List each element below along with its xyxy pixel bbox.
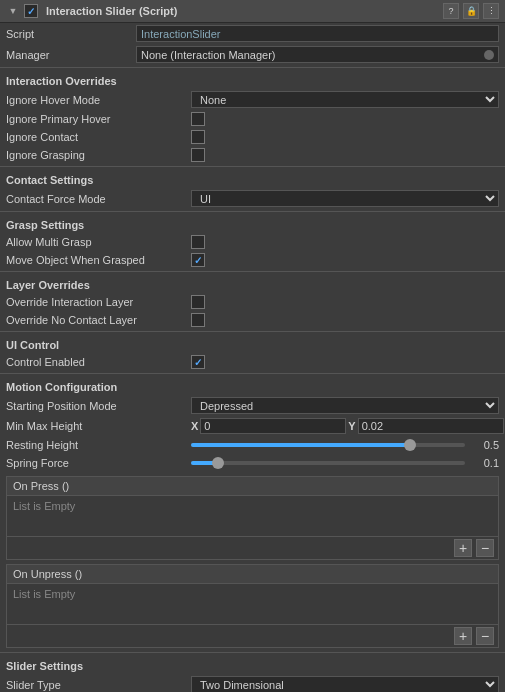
on-press-empty-label: List is Empty [13,500,75,512]
slider-type-select[interactable]: Two Dimensional [191,676,499,692]
ui-control-header: UI Control [0,334,505,353]
slider-type-label: Slider Type [6,679,191,691]
on-unpress-empty-label: List is Empty [13,588,75,600]
on-press-event-block: On Press () List is Empty + − [6,476,499,560]
on-unpress-event-block: On Unpress () List is Empty + − [6,564,499,648]
ignore-primary-hover-label: Ignore Primary Hover [6,113,191,125]
interaction-overrides-header: Interaction Overrides [0,70,505,89]
on-press-body: List is Empty [7,496,498,536]
resting-height-slider-fill [191,443,410,447]
spring-force-slider-thumb[interactable] [212,457,224,469]
on-press-remove-button[interactable]: − [476,539,494,557]
on-press-footer: + − [7,536,498,559]
override-no-contact-layer-row: Override No Contact Layer [0,311,505,329]
lock-icon[interactable]: 🔒 [463,3,479,19]
ignore-grasping-row: Ignore Grasping [0,146,505,164]
grasp-settings-header: Grasp Settings [0,214,505,233]
override-no-contact-layer-checkbox[interactable] [191,313,205,327]
override-no-contact-layer-label: Override No Contact Layer [6,314,191,326]
on-press-add-button[interactable]: + [454,539,472,557]
override-interaction-layer-row: Override Interaction Layer [0,293,505,311]
ignore-hover-mode-label: Ignore Hover Mode [6,94,191,106]
spring-force-slider-container: 0.1 [191,457,499,469]
contact-force-mode-dropdown-wrapper[interactable]: UI [191,190,499,207]
component-title: Interaction Slider (Script) [46,5,439,17]
resting-height-row: Resting Height 0.5 [0,436,505,454]
allow-multi-grasp-checkbox[interactable] [191,235,205,249]
on-unpress-footer: + − [7,624,498,647]
ignore-hover-mode-select[interactable]: None [191,91,499,108]
slider-type-dropdown-wrapper[interactable]: Two Dimensional [191,676,499,692]
resting-height-label: Resting Height [6,439,191,451]
ignore-contact-checkbox[interactable] [191,130,205,144]
script-row: Script InteractionSlider [0,23,505,44]
min-max-height-y-field: Y [348,418,503,434]
contact-force-mode-select[interactable]: UI [191,190,499,207]
on-unpress-remove-button[interactable]: − [476,627,494,645]
manager-field[interactable]: None (Interaction Manager) [136,46,499,63]
override-interaction-layer-label: Override Interaction Layer [6,296,191,308]
ignore-hover-mode-row: Ignore Hover Mode None [0,89,505,110]
slider-type-row: Slider Type Two Dimensional [0,674,505,692]
min-max-height-x-field: X [191,418,346,434]
y-label: Y [348,420,355,432]
ignore-primary-hover-checkbox[interactable] [191,112,205,126]
allow-multi-grasp-label: Allow Multi Grasp [6,236,191,248]
title-bar: ▼ Interaction Slider (Script) ? 🔒 ⋮ [0,0,505,23]
on-unpress-body: List is Empty [7,584,498,624]
manager-row: Manager None (Interaction Manager) [0,44,505,65]
min-max-height-label: Min Max Height [6,420,191,432]
x-label: X [191,420,198,432]
slider-settings-header: Slider Settings [0,655,505,674]
contact-force-mode-row: Contact Force Mode UI [0,188,505,209]
spring-force-row: Spring Force 0.1 [0,454,505,472]
ignore-contact-row: Ignore Contact [0,128,505,146]
ignore-primary-hover-row: Ignore Primary Hover [0,110,505,128]
starting-position-mode-label: Starting Position Mode [6,400,191,412]
control-enabled-checkbox[interactable] [191,355,205,369]
ignore-grasping-label: Ignore Grasping [6,149,191,161]
script-name-field: InteractionSlider [136,25,499,42]
layer-overrides-header: Layer Overrides [0,274,505,293]
contact-settings-header: Contact Settings [0,169,505,188]
control-enabled-label: Control Enabled [6,356,191,368]
script-label: Script [6,28,136,40]
allow-multi-grasp-row: Allow Multi Grasp [0,233,505,251]
ignore-grasping-checkbox[interactable] [191,148,205,162]
motion-configuration-header: Motion Configuration [0,376,505,395]
collapse-arrow-icon[interactable]: ▼ [6,4,20,18]
on-press-header: On Press () [7,477,498,496]
min-max-height-y-input[interactable] [358,418,504,434]
starting-position-mode-select[interactable]: Depressed [191,397,499,414]
manager-picker-icon[interactable] [484,50,494,60]
starting-position-mode-row: Starting Position Mode Depressed [0,395,505,416]
overflow-menu-icon[interactable]: ⋮ [483,3,499,19]
spring-force-slider-track[interactable] [191,461,465,465]
ignore-hover-mode-dropdown-wrapper[interactable]: None [191,91,499,108]
move-object-grasped-row: Move Object When Grasped [0,251,505,269]
component-enabled-checkbox[interactable] [24,4,38,18]
contact-force-mode-label: Contact Force Mode [6,193,191,205]
override-interaction-layer-checkbox[interactable] [191,295,205,309]
resting-height-value: 0.5 [469,439,499,451]
spring-force-label: Spring Force [6,457,191,469]
move-object-grasped-checkbox[interactable] [191,253,205,267]
resting-height-slider-thumb[interactable] [404,439,416,451]
min-max-height-row: Min Max Height X Y [0,416,505,436]
control-enabled-row: Control Enabled [0,353,505,371]
starting-position-mode-dropdown-wrapper[interactable]: Depressed [191,397,499,414]
main-panel: ▼ Interaction Slider (Script) ? 🔒 ⋮ Scri… [0,0,505,692]
spring-force-value: 0.1 [469,457,499,469]
move-object-grasped-label: Move Object When Grasped [6,254,191,266]
resting-height-slider-container: 0.5 [191,439,499,451]
help-icon[interactable]: ? [443,3,459,19]
manager-label: Manager [6,49,136,61]
resting-height-slider-track[interactable] [191,443,465,447]
on-unpress-header: On Unpress () [7,565,498,584]
min-max-height-x-input[interactable] [200,418,346,434]
ignore-contact-label: Ignore Contact [6,131,191,143]
on-unpress-add-button[interactable]: + [454,627,472,645]
